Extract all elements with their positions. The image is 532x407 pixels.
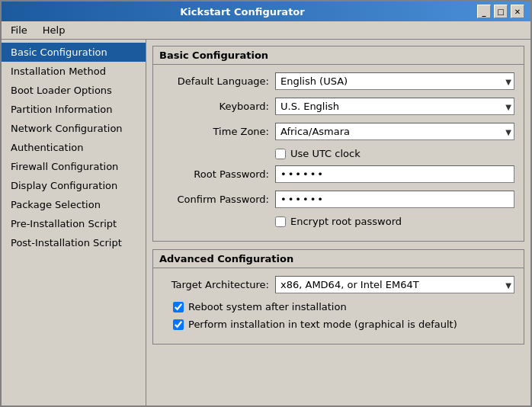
reboot-row: Reboot system after installation	[162, 301, 514, 312]
utc-clock-checkbox[interactable]	[275, 149, 286, 159]
keyboard-label: Keyboard:	[162, 101, 269, 112]
sidebar-item-authentication[interactable]: Authentication	[2, 138, 146, 157]
confirm-password-input[interactable]	[275, 191, 514, 208]
sidebar-item-firewall-configuration[interactable]: Firewall Configuration	[2, 157, 146, 176]
reboot-checkbox[interactable]	[173, 302, 184, 312]
target-arch-select[interactable]: x86, AMD64, or Intel EM64T	[275, 276, 514, 293]
window-title: Kickstart Configurator	[8, 6, 477, 18]
window-controls: _ □ ✕	[477, 5, 524, 18]
maximize-button[interactable]: □	[494, 5, 508, 18]
sidebar-item-partition-information[interactable]: Partition Information	[2, 100, 146, 119]
utc-clock-label: Use UTC clock	[290, 148, 361, 159]
root-password-input[interactable]	[275, 165, 514, 183]
default-language-row: Default Language: English (USA) ▼	[162, 72, 514, 90]
time-zone-select-wrapper: Africa/Asmara ▼	[275, 123, 514, 140]
advanced-config-body: Target Architecture: x86, AMD64, or Inte…	[153, 268, 524, 344]
root-password-row: Root Password:	[162, 165, 514, 183]
menu-bar: File Help	[2, 21, 530, 40]
sidebar-item-post-installation-script[interactable]: Post-Installation Script	[2, 233, 146, 252]
target-arch-row: Target Architecture: x86, AMD64, or Inte…	[162, 276, 514, 293]
sidebar-item-pre-installation-script[interactable]: Pre-Installation Script	[2, 214, 146, 233]
keyboard-select[interactable]: U.S. English	[275, 98, 514, 115]
basic-config-section: Basic Configuration Default Language: En…	[152, 46, 524, 242]
main-content: Basic Configuration Installation Method …	[2, 40, 530, 405]
keyboard-select-wrapper: U.S. English ▼	[275, 98, 514, 115]
default-language-select-wrapper: English (USA) ▼	[275, 72, 514, 90]
target-arch-select-wrapper: x86, AMD64, or Intel EM64T ▼	[275, 276, 514, 293]
advanced-config-title: Advanced Configuration	[153, 250, 524, 268]
utc-clock-row: Use UTC clock	[162, 148, 514, 159]
sidebar: Basic Configuration Installation Method …	[2, 40, 146, 405]
encrypt-password-label: Encrypt root password	[290, 216, 402, 227]
default-language-select[interactable]: English (USA)	[275, 72, 514, 90]
sidebar-item-installation-method[interactable]: Installation Method	[2, 62, 146, 81]
sidebar-item-network-configuration[interactable]: Network Configuration	[2, 119, 146, 138]
basic-config-title: Basic Configuration	[153, 46, 524, 65]
time-zone-row: Time Zone: Africa/Asmara ▼	[162, 123, 514, 140]
confirm-password-label: Confirm Password:	[162, 194, 269, 205]
sidebar-item-basic-configuration[interactable]: Basic Configuration	[2, 43, 146, 62]
default-language-label: Default Language:	[162, 75, 269, 87]
app-window: Kickstart Configurator _ □ ✕ File Help B…	[0, 0, 532, 407]
basic-config-body: Default Language: English (USA) ▼ Keyboa…	[153, 65, 524, 241]
reboot-label: Reboot system after installation	[188, 301, 347, 312]
target-arch-label: Target Architecture:	[162, 279, 269, 290]
keyboard-row: Keyboard: U.S. English ▼	[162, 98, 514, 115]
encrypt-password-checkbox[interactable]	[275, 216, 286, 227]
time-zone-select[interactable]: Africa/Asmara	[275, 123, 514, 140]
text-mode-checkbox[interactable]	[173, 319, 184, 330]
text-mode-row: Perform installation in text mode (graph…	[162, 319, 514, 330]
minimize-button[interactable]: _	[477, 5, 491, 18]
text-mode-label: Perform installation in text mode (graph…	[188, 319, 457, 330]
title-bar: Kickstart Configurator _ □ ✕	[2, 2, 530, 21]
time-zone-label: Time Zone:	[162, 126, 269, 137]
sidebar-item-display-configuration[interactable]: Display Configuration	[2, 176, 146, 195]
sidebar-item-boot-loader-options[interactable]: Boot Loader Options	[2, 81, 146, 100]
root-password-label: Root Password:	[162, 168, 269, 180]
right-panel: Basic Configuration Default Language: En…	[146, 40, 530, 405]
menu-help[interactable]: Help	[37, 23, 72, 37]
confirm-password-row: Confirm Password:	[162, 191, 514, 208]
encrypt-password-row: Encrypt root password	[162, 216, 514, 227]
advanced-config-section: Advanced Configuration Target Architectu…	[152, 249, 524, 345]
close-button[interactable]: ✕	[511, 5, 524, 18]
sidebar-item-package-selection[interactable]: Package Selection	[2, 195, 146, 214]
menu-file[interactable]: File	[5, 23, 34, 37]
